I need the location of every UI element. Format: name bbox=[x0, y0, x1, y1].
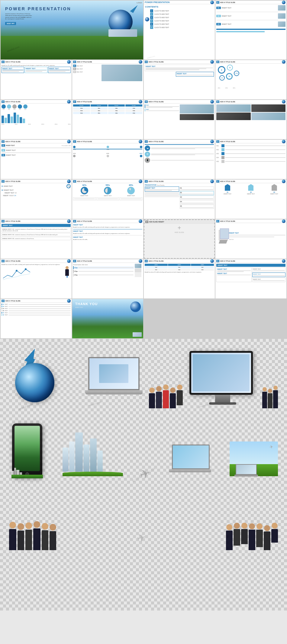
slide-17[interactable]: 17 ADD A TITLE SLIDE 01 INSERT TEXT 02 I… bbox=[215, 180, 286, 219]
slide-23[interactable]: 23 ADD A TITLE SLIDE Presentation title … bbox=[72, 259, 143, 298]
slide-15[interactable]: 15 ADD A TITLE SLIDE 32% INSERT TEXT 55%… bbox=[72, 180, 143, 219]
slide-21[interactable]: 21 ADD A TITLE SLIDE INSERT TEXT TEXT18 bbox=[215, 219, 286, 259]
svg-point-1 bbox=[25, 268, 27, 270]
slide-18[interactable]: 18 ADD A TITLE SLIDE INSERT TEXT ASADAL … bbox=[1, 219, 72, 259]
slide-08[interactable]: 08 ADD A TITLE SLIDE TEXT TEXT bbox=[144, 100, 215, 139]
thank-you-text: THANK YOU bbox=[75, 302, 98, 306]
slide-25[interactable]: 25 ADD A TITLE SLIDE INSERT TEXT INSERT … bbox=[215, 259, 286, 298]
slide-02[interactable]: 02 ADD A TITLE SLIDE Asadal has 35 staff… bbox=[1, 60, 72, 99]
slide-thankyou[interactable]: THANK YOU INSERT TEXT asadal.com bbox=[72, 299, 143, 338]
slide-09[interactable]: 09 ADD A TITLE SLIDE bbox=[215, 100, 286, 139]
asset-phone: asadal.com bbox=[9, 423, 45, 481]
cover-badge: 26SET PPT bbox=[7, 23, 15, 24]
slide-13[interactable]: 13 ADD A TITLE SLIDE 001 002 003 bbox=[215, 140, 286, 179]
asset-globe: asadal.com bbox=[9, 348, 76, 414]
slides-grid: POWER PRESENTATION started its business … bbox=[0, 0, 287, 339]
slide-01[interactable]: 01 ADD A TITLE SLIDE 01 INSERT TEXT 02 I… bbox=[215, 1, 286, 59]
asset-center-elements: ✈ bbox=[62, 532, 220, 550]
slide-12[interactable]: 12 ADD A TITLE SLIDE ☁ ⚙ 📱 bbox=[144, 140, 215, 179]
logo-text: LOGO bbox=[137, 2, 142, 4]
cover-subtitle: started its business in Seoul Korea in F… bbox=[5, 13, 32, 20]
slide-19[interactable]: 19 ADD A TITLE SLIDE INSERT TEXT Asadal … bbox=[72, 219, 143, 259]
slide-04[interactable]: 04 ADD A TITLE SLIDE INSERT TEXT INSERT … bbox=[144, 60, 215, 99]
asset-landscape: ✈ bbox=[230, 442, 278, 481]
slide-10[interactable]: 10 ADD A TITLE SLIDE 01 INSER TEXT Prese… bbox=[1, 140, 72, 179]
slide-contents[interactable]: POWER PRESENTATION CONTENTS 1CLICK TO AD… bbox=[144, 1, 215, 59]
asset-people-group bbox=[149, 354, 183, 408]
asset-laptop: asadal.com bbox=[82, 357, 143, 405]
slide-16[interactable]: 16 ADD A TITLE SLIDE PRESENTATION Team E… bbox=[144, 180, 215, 219]
slide-24[interactable]: 24 ADD A TITLE SLIDE LABEL LABEL LABEL t… bbox=[144, 259, 215, 298]
asset-laptop-2 bbox=[167, 445, 213, 481]
slide-07[interactable]: 07 ADD A TITLE SLIDE Header Header Heade… bbox=[72, 100, 143, 139]
slide-20-add[interactable]: 20 ADD SLIDE INSERT + ADD SLIDE bbox=[144, 219, 215, 259]
asset-people-group-2 bbox=[262, 354, 278, 408]
asset-business-team-left bbox=[9, 490, 56, 550]
asset-business-team-right bbox=[226, 490, 278, 550]
slide-05[interactable]: 05 ADD A TITLE SLIDE 8 90 12 74 135 45% … bbox=[215, 60, 286, 99]
asset-plane: ✈ bbox=[138, 466, 152, 482]
slide-11[interactable]: 11 ADD A TITLE SLIDE 2002 2008 2001 2006… bbox=[72, 140, 143, 179]
slide-22[interactable]: 22 ADD A TITLE SLIDE Asadal has a total … bbox=[1, 259, 72, 298]
slide-03[interactable]: 03 ADD A TITLE SLIDE 01 INGL TEXT 02 ING… bbox=[72, 60, 143, 99]
slide-26[interactable]: 26 ADD A TITLE SLIDE 01 TEXT 02 TEXT 03 … bbox=[1, 299, 72, 338]
asset-monitor: asadal.com bbox=[189, 351, 256, 411]
slide-14[interactable]: 14 ADD A TITLE SLIDE 01 INSER TEXT 🔍 02 … bbox=[1, 180, 72, 219]
svg-point-0 bbox=[16, 270, 18, 272]
slide-cover[interactable]: POWER PRESENTATION started its business … bbox=[1, 1, 143, 59]
assets-section: asadal.com asadal.com bbox=[0, 339, 287, 611]
cover-power: POWER PRESENTATION bbox=[5, 6, 71, 11]
asset-city bbox=[63, 432, 123, 481]
slide-06[interactable]: 06 ADD A TITLE SLIDE text text text text… bbox=[1, 100, 72, 139]
